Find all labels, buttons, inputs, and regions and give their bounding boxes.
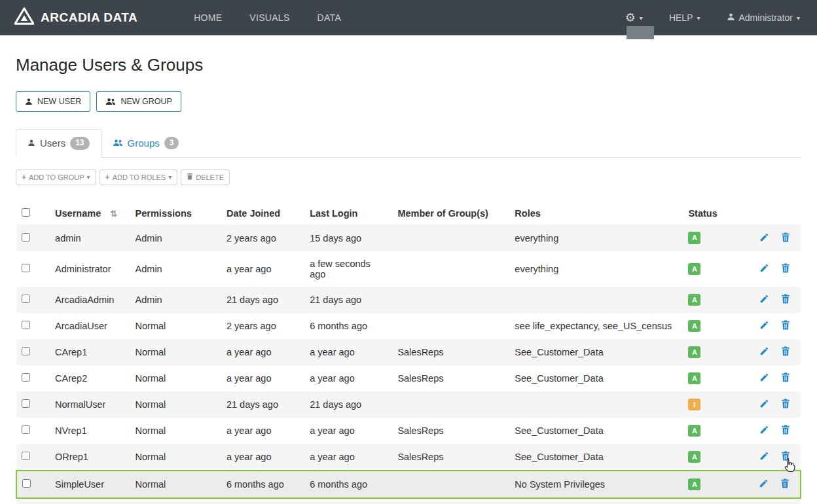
status-badge: A (688, 372, 700, 384)
nav-items: HOME VISUALS DATA (194, 12, 341, 23)
delete-icon[interactable] (781, 263, 790, 273)
delete-icon[interactable] (781, 425, 790, 435)
edit-icon[interactable] (759, 294, 769, 304)
nav-item-visuals[interactable]: VISUALS (249, 12, 289, 23)
cell-member-of-groups (392, 471, 509, 498)
cell-username: admin (50, 225, 130, 251)
delete-button[interactable]: DELETE (181, 170, 230, 185)
edit-icon[interactable] (759, 451, 769, 461)
delete-icon[interactable] (781, 346, 790, 356)
cell-roles: See_Customer_Data (509, 365, 683, 391)
cell-member-of-groups: SalesReps (392, 365, 509, 391)
add-to-group-label: ADD TO GROUP (29, 173, 84, 181)
cell-permissions: Admin (130, 287, 221, 313)
edit-icon[interactable] (759, 320, 769, 330)
cell-member-of-groups (392, 313, 509, 339)
cell-date-joined: 21 days ago (221, 287, 304, 313)
delete-icon[interactable] (781, 232, 790, 242)
row-checkbox[interactable] (22, 347, 30, 355)
tab-users[interactable]: Users 13 (16, 129, 101, 158)
cell-username: ArcadiaUser (50, 313, 130, 339)
cell-username: NormalUser (50, 391, 130, 418)
row-checkbox[interactable] (22, 479, 31, 488)
cell-last-login: 21 days ago (304, 287, 392, 313)
cell-last-login: 15 days ago (304, 225, 392, 251)
cell-date-joined: 6 months ago (221, 471, 304, 498)
row-checkbox[interactable] (22, 425, 30, 434)
arcadia-logo-icon (14, 7, 34, 29)
chevron-down-icon: ▾ (697, 14, 700, 22)
settings-menu[interactable]: ⚙ ▾ (625, 12, 643, 24)
edit-icon[interactable] (759, 425, 769, 435)
plus-icon: + (105, 173, 110, 182)
row-checkbox[interactable] (22, 373, 30, 382)
tab-users-label: Users (40, 137, 65, 149)
edit-icon[interactable] (759, 346, 769, 356)
row-checkbox[interactable] (22, 295, 30, 303)
cell-date-joined: a year ago (221, 498, 304, 504)
new-group-button[interactable]: NEW GROUP (96, 91, 181, 112)
add-to-roles-label: ADD TO ROLES (113, 173, 166, 181)
add-to-roles-button[interactable]: + ADD TO ROLES ▾ (100, 170, 178, 185)
users-group-icon (113, 137, 123, 149)
cell-permissions: Normal (130, 313, 221, 339)
cell-roles: No System Privileges (509, 471, 683, 498)
tab-groups[interactable]: Groups 3 (101, 129, 191, 157)
edit-icon[interactable] (759, 232, 769, 242)
header-member-of-groups: Member of Group(s) (392, 202, 509, 225)
brand-label: ARCADIA DATA (41, 10, 137, 25)
page-title: Manage Users & Groups (16, 55, 801, 75)
nav-item-home[interactable]: HOME (194, 12, 222, 23)
delete-icon[interactable] (781, 294, 790, 304)
cell-last-login: a year ago (304, 444, 392, 471)
cell-date-joined: 2 years ago (221, 313, 304, 339)
table-row: WArep1 Normal a year ago a year ago Sale… (16, 498, 801, 504)
status-badge: A (688, 320, 700, 332)
delete-icon[interactable] (780, 478, 790, 488)
row-checkbox[interactable] (22, 452, 30, 460)
delete-icon[interactable] (781, 372, 790, 382)
edit-icon[interactable] (759, 372, 769, 382)
delete-icon[interactable] (781, 451, 790, 461)
tab-groups-label: Groups (128, 137, 160, 149)
help-menu[interactable]: HELP ▾ (669, 12, 700, 23)
cell-username: ArcadiaAdmin (50, 287, 130, 313)
table-row: NormalUser Normal 21 days ago 21 days ag… (16, 391, 801, 418)
select-all-checkbox[interactable] (22, 208, 30, 217)
status-badge: A (688, 294, 700, 306)
sort-icon[interactable]: ⇅ (110, 209, 117, 219)
users-count-badge: 13 (70, 137, 89, 150)
cell-roles: everything (509, 251, 683, 287)
status-badge: A (688, 425, 700, 437)
table-row: ORrep1 Normal a year ago a year ago Sale… (16, 444, 801, 471)
brand[interactable]: ARCADIA DATA (0, 7, 151, 29)
edit-icon[interactable] (759, 399, 769, 408)
table-row: NVrep1 Normal a year ago a year ago Sale… (16, 418, 801, 444)
row-checkbox[interactable] (22, 399, 30, 408)
chevron-down-icon: ▾ (640, 14, 643, 22)
users-table: Username⇅ Permissions Date Joined Last L… (16, 202, 801, 504)
edit-icon[interactable] (759, 478, 769, 488)
nav-item-data[interactable]: DATA (318, 12, 341, 23)
edit-icon[interactable] (759, 263, 769, 273)
row-checkbox[interactable] (22, 233, 30, 242)
table-header: Username⇅ Permissions Date Joined Last L… (16, 202, 801, 225)
cell-member-of-groups: SalesReps (392, 444, 509, 471)
user-icon (25, 98, 33, 105)
top-navbar: ARCADIA DATA HOME VISUALS DATA ⚙ ▾ HELP … (0, 0, 817, 35)
cell-permissions: Normal (130, 339, 221, 365)
status-badge: A (688, 263, 700, 275)
delete-icon[interactable] (781, 320, 790, 330)
groups-count-badge: 3 (164, 137, 179, 150)
add-to-group-button[interactable]: + ADD TO GROUP ▾ (16, 170, 96, 185)
cell-username: Administrator (50, 251, 130, 287)
cell-roles: see life_expectancy, see_US_census (509, 313, 683, 339)
row-checkbox[interactable] (22, 264, 30, 272)
new-user-button[interactable]: NEW USER (16, 91, 90, 112)
row-checkbox[interactable] (22, 321, 30, 329)
table-row: CArep2 Normal a year ago a year ago Sale… (16, 365, 801, 391)
cell-username: NVrep1 (50, 418, 130, 444)
user-menu[interactable]: Administrator ▾ (727, 12, 801, 23)
cell-last-login: 6 months ago (304, 471, 392, 498)
delete-icon[interactable] (781, 399, 790, 408)
